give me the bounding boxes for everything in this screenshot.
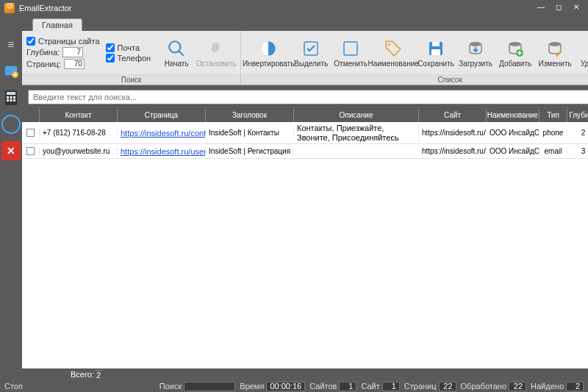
database-edit-icon (545, 38, 565, 59)
opt-mail[interactable] (106, 43, 115, 52)
tab-main[interactable]: Главная (32, 18, 82, 31)
window-title: EmailExtractor (19, 4, 534, 13)
status-state: Стоп (4, 382, 23, 391)
row-checkbox[interactable] (26, 129, 35, 137)
opt-phone[interactable] (106, 54, 115, 63)
status-site: 1 (382, 382, 400, 391)
search-input[interactable] (28, 90, 588, 104)
database-add-icon (505, 38, 526, 59)
database-load-icon (465, 38, 486, 59)
svg-point-22 (549, 42, 561, 46)
start-button[interactable]: Начать (157, 32, 196, 73)
col-page[interactable]: Страница (118, 109, 206, 122)
svg-rect-14 (344, 42, 357, 55)
save-button[interactable]: Сохранить (416, 32, 456, 73)
svg-point-19 (470, 42, 481, 46)
table-row[interactable]: you@yourwebsite.ru https://insidesoft.ru… (22, 144, 588, 159)
hand-icon (206, 38, 226, 59)
rename-button[interactable]: Наименование (370, 32, 416, 73)
delete-button[interactable]: Удалить (575, 32, 588, 73)
col-name[interactable]: Наименование (487, 109, 539, 122)
check-icon (301, 38, 321, 59)
sidebar: ≡ ✕ (0, 31, 22, 368)
status-time: 00:00:16 (266, 382, 305, 391)
status-search (184, 382, 235, 391)
minimize-button[interactable]: — (534, 3, 548, 13)
total-bar: Всего: 2 (0, 368, 588, 380)
table-row[interactable]: +7 (812) 716-08-28 https://insidesoft.ru… (22, 122, 588, 144)
svg-rect-7 (7, 99, 9, 101)
sidebar-close-icon[interactable]: ✕ (0, 140, 22, 162)
col-contact[interactable]: Контакт (40, 109, 118, 122)
svg-rect-4 (7, 96, 9, 99)
col-site[interactable]: Сайт (419, 109, 487, 122)
svg-point-15 (388, 43, 390, 45)
depth-spinner[interactable]: 7 (62, 47, 83, 57)
svg-rect-3 (7, 92, 15, 95)
opt-site-pages[interactable] (26, 37, 35, 46)
database-delete-icon (584, 38, 588, 59)
load-button[interactable]: Загрузить (456, 32, 495, 73)
invert-button[interactable]: Инвертировать (245, 32, 291, 73)
svg-line-11 (179, 51, 184, 56)
status-processed: 22 (509, 382, 526, 391)
maximize-button[interactable]: ◻ (551, 3, 566, 13)
invert-icon (258, 38, 279, 59)
edit-button[interactable]: Изменить (535, 32, 575, 73)
svg-rect-18 (431, 49, 440, 55)
page-link[interactable]: https://insidesoft.ru/contacts/ (121, 129, 206, 138)
svg-rect-5 (10, 96, 12, 99)
status-pages: 22 (439, 382, 456, 391)
svg-rect-9 (13, 99, 15, 101)
col-depth[interactable]: Глубина (567, 109, 588, 122)
menu-icon[interactable]: ≡ (0, 34, 22, 56)
pages-spinner[interactable]: 70 (64, 59, 85, 69)
svg-point-20 (509, 42, 521, 46)
status-found: 2 (566, 382, 584, 391)
svg-rect-17 (432, 42, 440, 46)
svg-rect-8 (10, 99, 12, 101)
close-button[interactable]: ✕ (569, 3, 584, 13)
add-button[interactable]: Добавить (495, 32, 535, 73)
results-grid: Контакт Страница Заголовок Описание Сайт… (22, 109, 588, 368)
app-icon (4, 3, 15, 13)
search-icon (166, 38, 187, 59)
sidebar-badge-icon[interactable] (0, 60, 22, 82)
svg-rect-6 (13, 96, 15, 99)
select-button[interactable]: Выделить (291, 32, 331, 73)
col-title[interactable]: Заголовок (206, 109, 294, 122)
svg-point-10 (169, 41, 180, 52)
cancel-button[interactable]: Отменить (331, 32, 370, 73)
sidebar-calculator-icon[interactable] (0, 87, 22, 109)
page-link[interactable]: https://insidesoft.ru/users/reg... (121, 147, 206, 156)
status-sites: 1 (339, 382, 356, 391)
save-icon (426, 38, 446, 59)
col-type[interactable]: Тип (539, 109, 567, 122)
status-bar: Стоп Поиск Время00:00:16 Сайтов1 Сайт1 С… (0, 380, 588, 392)
col-description[interactable]: Описание (294, 109, 419, 122)
tag-icon (383, 38, 404, 59)
stop-button[interactable]: Остановить (196, 32, 236, 73)
sidebar-circle-icon[interactable] (0, 113, 22, 135)
square-icon (340, 38, 361, 59)
row-checkbox[interactable] (26, 147, 35, 155)
ribbon: Страницы сайта Глубина:7 Страниц:70 Почт… (22, 31, 588, 85)
